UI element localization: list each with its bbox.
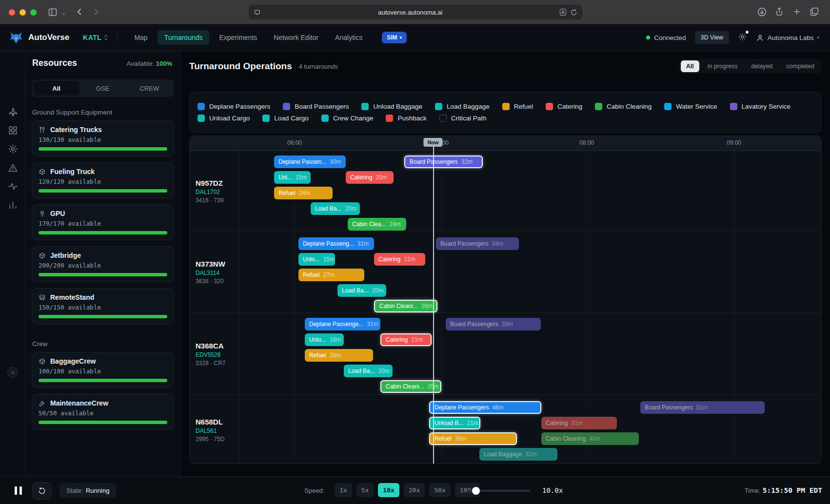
task-bar-cabin-cleaning-40m[interactable]: Cabin Cleaning40m bbox=[541, 432, 639, 445]
task-bar-deplane-passengers-46m[interactable]: Deplane Passengers46m bbox=[429, 401, 541, 414]
sidebar-toggle-icon[interactable] bbox=[48, 7, 58, 17]
resource-card-remotestand[interactable]: RemoteStand 150/150 available bbox=[32, 288, 174, 324]
nav-item-network-editor[interactable]: Network Editor bbox=[267, 30, 325, 45]
task-bar-unlo-15m[interactable]: Unlo...15m bbox=[298, 253, 335, 266]
legend-item-catering[interactable]: Catering bbox=[546, 103, 582, 110]
task-bar-unl-15m[interactable]: Unl...15m bbox=[274, 171, 311, 184]
back-icon[interactable] bbox=[75, 7, 85, 17]
resource-card-maintenancecrew[interactable]: MaintenanceCrew 50/50 available bbox=[32, 394, 174, 430]
resource-card-catering-trucks[interactable]: Catering Trucks 130/130 available bbox=[32, 120, 174, 156]
rail-item-chart[interactable] bbox=[7, 199, 19, 211]
rail-item-grid[interactable] bbox=[7, 124, 19, 136]
task-bar-catering-21m[interactable]: Catering21m bbox=[380, 333, 432, 346]
speed-button-50x[interactable]: 50x bbox=[429, 483, 450, 497]
rail-item-pulse[interactable] bbox=[7, 180, 19, 192]
legend-item-crew-change[interactable]: Crew Change bbox=[321, 115, 374, 122]
filter-delayed[interactable]: delayed bbox=[746, 60, 778, 72]
3d-view-button[interactable]: 3D View bbox=[695, 31, 729, 44]
rail-item-plane[interactable] bbox=[7, 106, 19, 117]
task-bar-load-ba-20m[interactable]: Load Ba...20m bbox=[337, 284, 386, 297]
share-icon[interactable] bbox=[774, 7, 784, 17]
sim-mode-dropdown[interactable]: SIM ▾ bbox=[382, 32, 407, 43]
task-bar-deplane-passenge-31m[interactable]: Deplane Passenge...31m bbox=[305, 318, 380, 330]
resource-tab-all[interactable]: All bbox=[33, 81, 79, 96]
resource-card-jetbridge[interactable]: Jetbridge 200/200 available bbox=[32, 246, 174, 282]
task-bar-board-passengers-51m[interactable]: Board Passengers51m bbox=[640, 401, 765, 414]
filter-in-progress[interactable]: in progress bbox=[702, 60, 743, 72]
legend-item-cabin-cleaning[interactable]: Cabin Cleaning bbox=[595, 103, 652, 110]
url-bar[interactable]: autoverse.autonoma.ai A bbox=[249, 5, 582, 19]
task-bar-catering-21m[interactable]: Catering21m bbox=[374, 253, 425, 266]
task-bar-refuel-27m[interactable]: Refuel27m bbox=[298, 269, 364, 281]
legend-item-unload-baggage[interactable]: Unload Baggage bbox=[361, 103, 422, 110]
filter-all[interactable]: All bbox=[681, 60, 699, 72]
task-bar-catering-20m[interactable]: Catering20m bbox=[346, 171, 394, 184]
grid-icon bbox=[8, 125, 18, 136]
task-duration: 31m bbox=[367, 321, 378, 328]
legend-item-critical-path[interactable]: Critical Path bbox=[439, 115, 487, 122]
sidebar-chevron-icon[interactable]: ⌄ bbox=[61, 10, 66, 16]
sidebar-expand-button[interactable]: › bbox=[7, 367, 18, 378]
legend-item-refuel[interactable]: Refuel bbox=[502, 103, 533, 110]
new-tab-icon[interactable] bbox=[792, 7, 802, 17]
legend-item-lavatory-service[interactable]: Lavatory Service bbox=[730, 103, 791, 110]
minimize-window-button[interactable] bbox=[20, 9, 26, 16]
legend-item-load-baggage[interactable]: Load Baggage bbox=[435, 103, 490, 110]
settings-button[interactable] bbox=[738, 32, 747, 43]
page-settings-icon[interactable] bbox=[254, 9, 261, 16]
task-bar-refuel-24m[interactable]: Refuel24m bbox=[274, 187, 333, 199]
speed-slider[interactable] bbox=[467, 490, 531, 492]
task-bar-refuel-28m[interactable]: Refuel28m bbox=[305, 349, 373, 362]
resource-card-fueling-truck[interactable]: Fueling Truck 120/120 available bbox=[32, 162, 174, 198]
reload-icon[interactable] bbox=[570, 9, 577, 16]
resource-card-gpu[interactable]: GPU 170/170 available bbox=[32, 204, 174, 240]
task-bar-deplane-passeng-31m[interactable]: Deplane Passeng...31m bbox=[298, 237, 374, 250]
task-bar-board-passengers-34m[interactable]: Board Passengers34m bbox=[436, 237, 519, 250]
legend-item-pushback[interactable]: Pushback bbox=[386, 115, 426, 122]
task-bar-load-ba-20m[interactable]: Load Ba...20m bbox=[311, 202, 360, 215]
airport-selector[interactable]: KATL bbox=[83, 34, 108, 41]
task-bar-unload-b-21m[interactable]: Unload B...21m bbox=[429, 417, 480, 429]
task-bar-load-baggage-32m[interactable]: Load Baggage32m bbox=[479, 448, 557, 461]
task-bar-deplane-passen-30m[interactable]: Deplane Passen...30m bbox=[274, 155, 346, 168]
slider-knob[interactable] bbox=[472, 487, 480, 495]
translate-icon[interactable]: A bbox=[560, 9, 566, 16]
task-bar-refuel-36m[interactable]: Refuel36m bbox=[429, 432, 517, 445]
nav-item-experiments[interactable]: Experiments bbox=[212, 30, 264, 45]
nav-item-turnarounds[interactable]: Turnarounds bbox=[158, 30, 210, 45]
tab-overview-icon[interactable] bbox=[810, 7, 819, 17]
resource-card-baggagecrew[interactable]: BaggageCrew 100/100 available bbox=[32, 352, 174, 388]
speed-button-20x[interactable]: 20x bbox=[404, 483, 425, 497]
reset-button[interactable] bbox=[32, 482, 52, 500]
zoom-window-button[interactable] bbox=[30, 9, 37, 16]
close-window-button[interactable] bbox=[9, 9, 15, 16]
rail-item-alert[interactable] bbox=[7, 162, 19, 174]
nav-item-analytics[interactable]: Analytics bbox=[328, 30, 369, 45]
task-bar-catering-31m[interactable]: Catering31m bbox=[541, 417, 617, 429]
legend-item-deplane-passengers[interactable]: Deplane Passengers bbox=[198, 103, 270, 110]
downloads-icon[interactable] bbox=[757, 7, 767, 17]
app-name: AutoVerse bbox=[28, 33, 69, 42]
task-bar-cabin-cleani-26m[interactable]: Cabin Cleani...26m bbox=[374, 300, 437, 312]
legend-item-water-service[interactable]: Water Service bbox=[664, 103, 717, 110]
task-bar-cabin-clea-24m[interactable]: Cabin Clea...24m bbox=[348, 218, 406, 231]
task-bar-board-passengers-39m[interactable]: Board Passengers39m bbox=[446, 318, 541, 330]
pause-button[interactable] bbox=[13, 485, 23, 496]
rail-item-gear[interactable] bbox=[7, 143, 19, 155]
speed-button-10x[interactable]: 10x bbox=[378, 483, 399, 497]
forward-icon[interactable] bbox=[91, 7, 100, 17]
legend-item-load-cargo[interactable]: Load Cargo bbox=[262, 115, 309, 122]
task-bar-unlo-16m[interactable]: Unlo...16m bbox=[305, 333, 344, 346]
account-menu[interactable]: Autonoma Labs ▾ bbox=[756, 34, 819, 42]
legend-item-unload-cargo[interactable]: Unload Cargo bbox=[198, 115, 250, 122]
legend-item-board-passengers[interactable]: Board Passengers bbox=[283, 103, 349, 110]
resource-tab-crew[interactable]: CREW bbox=[126, 81, 173, 96]
speed-button-5x[interactable]: 5x bbox=[356, 483, 374, 497]
filter-completed[interactable]: completed bbox=[781, 60, 820, 72]
task-bar-board-passengers-32m[interactable]: Board Passengers32m bbox=[404, 155, 483, 168]
task-bar-load-ba-20m[interactable]: Load Ba...20m bbox=[344, 365, 393, 377]
resource-tab-gse[interactable]: GSE bbox=[79, 81, 126, 96]
nav-item-map[interactable]: Map bbox=[127, 30, 154, 45]
task-bar-cabin-cleani-25m[interactable]: Cabin Cleani...25m bbox=[380, 380, 441, 393]
speed-button-1x[interactable]: 1x bbox=[335, 483, 352, 497]
